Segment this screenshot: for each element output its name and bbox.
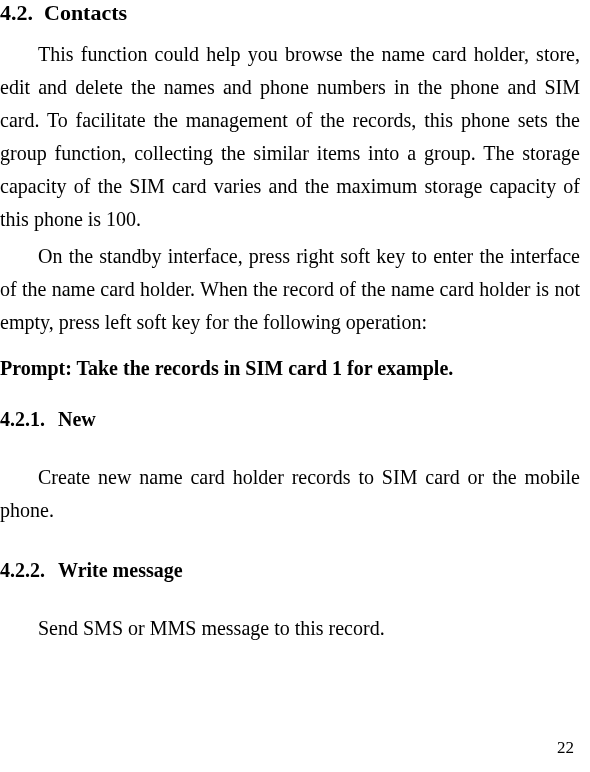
page-number: 22 (557, 738, 574, 758)
subsection-number-1: 4.2.1. (0, 408, 58, 431)
subsection-title-2: Write message (58, 559, 183, 581)
paragraph-1: This function could help you browse the … (0, 38, 580, 236)
section-heading: 4.2.Contacts (0, 0, 580, 26)
prompt-text: Prompt: Take the records in SIM card 1 f… (0, 357, 580, 380)
subsection-heading-2: 4.2.2.Write message (0, 559, 580, 582)
subsection-body-1: Create new name card holder records to S… (0, 461, 580, 527)
subsection-body-2: Send SMS or MMS message to this record. (0, 612, 580, 645)
paragraph-2: On the standby interface, press right so… (0, 240, 580, 339)
section-title: Contacts (44, 0, 127, 25)
subsection-number-2: 4.2.2. (0, 559, 58, 582)
subsection-heading-1: 4.2.1.New (0, 408, 580, 431)
subsection-title-1: New (58, 408, 96, 430)
section-number: 4.2. (0, 0, 44, 26)
